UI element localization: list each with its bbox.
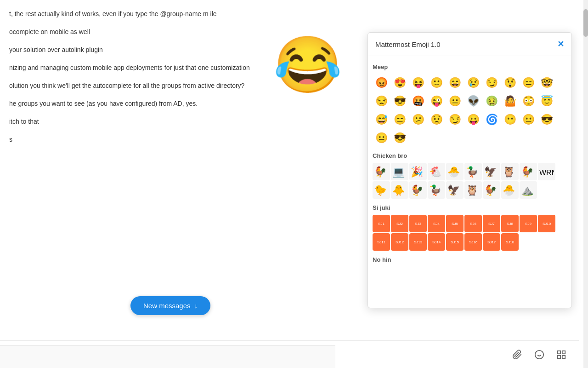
svg-text:🦆: 🦆 — [429, 184, 442, 196]
meep-emoji-15[interactable]: 😐 — [446, 92, 464, 110]
svg-text:💻: 💻 — [392, 166, 405, 178]
svg-text:🐣: 🐣 — [447, 166, 460, 178]
meep-emoji-32[interactable]: 😎 — [391, 129, 408, 147]
emoji-picker-title: Mattermost Emoji 1.0 — [375, 40, 441, 48]
meep-emoji-5[interactable]: 😄 — [446, 74, 464, 92]
svg-text:🐤: 🐤 — [374, 184, 387, 196]
new-messages-button[interactable]: New messages ↓ — [130, 296, 210, 315]
svg-text:🐓: 🐓 — [374, 166, 387, 178]
meep-emoji-22[interactable]: 😑 — [391, 111, 408, 128]
chicken-emoji-17[interactable]: 🐓 — [483, 181, 500, 199]
sijuki-emoji-4[interactable]: SJ4 — [428, 215, 445, 232]
svg-text:⛰️: ⛰️ — [521, 184, 534, 196]
chicken-emoji-10[interactable]: WRNG — [538, 163, 555, 180]
emoji-section-chicken-title: Chicken bro — [373, 152, 567, 159]
meep-emoji-18[interactable]: 🤷 — [501, 92, 519, 110]
chat-message-3: your solution over autolink plugin — [9, 45, 358, 55]
sijuki-emoji-11[interactable]: SJ11 — [373, 233, 390, 251]
sijuki-emoji-5[interactable]: SJ5 — [446, 215, 464, 232]
chat-message-6: he groups you want to see (as you have c… — [9, 99, 358, 109]
sijuki-emoji-17[interactable]: SJ17 — [483, 233, 500, 251]
meep-emoji-9[interactable]: 😑 — [520, 74, 537, 92]
meep-emoji-1[interactable]: 😡 — [373, 74, 390, 92]
chicken-emoji-grid: 🐓 💻 🎉 🐔 🐣 🦆 🦅 🦉 — [373, 163, 567, 199]
meep-emoji-7[interactable]: 😏 — [483, 74, 500, 92]
chicken-emoji-6[interactable]: 🦆 — [464, 163, 482, 180]
meep-emoji-17[interactable]: 🤢 — [483, 92, 500, 110]
chicken-emoji-14[interactable]: 🦆 — [428, 181, 445, 199]
meep-emoji-3[interactable]: 😝 — [409, 74, 427, 92]
sijuki-emoji-9[interactable]: SJ9 — [520, 215, 537, 232]
meep-emoji-24[interactable]: 😟 — [428, 111, 445, 128]
sijuki-emoji-1[interactable]: SJ1 — [373, 215, 390, 232]
chicken-emoji-7[interactable]: 🦅 — [483, 163, 500, 180]
chicken-emoji-1[interactable]: 🐓 — [373, 163, 390, 180]
meep-emoji-4[interactable]: 🙂 — [428, 74, 445, 92]
chicken-emoji-3[interactable]: 🎉 — [409, 163, 427, 180]
chicken-emoji-8[interactable]: 🦉 — [501, 163, 519, 180]
emoji-section-nohin-title: No hin — [373, 256, 567, 263]
sijuki-emoji-14[interactable]: SJ14 — [428, 233, 445, 251]
chat-message-5: olution you think we'll get the autocomp… — [9, 81, 358, 91]
emoji-picker-panel: Mattermost Emoji 1.0 ✕ Meep 😡 😍 😝 🙂 😄 😢 … — [368, 32, 572, 308]
chicken-emoji-16[interactable]: 🦉 — [464, 181, 482, 199]
svg-text:🎉: 🎉 — [411, 166, 424, 178]
emoji-button[interactable] — [531, 346, 548, 363]
sijuki-emoji-18[interactable]: SJ18 — [501, 233, 519, 251]
meep-emoji-8[interactable]: 😲 — [501, 74, 519, 92]
meep-emoji-21[interactable]: 😅 — [373, 111, 390, 128]
emoji-picker-close-button[interactable]: ✕ — [557, 39, 564, 49]
chicken-emoji-4[interactable]: 🐔 — [428, 163, 445, 180]
emoji-picker-body[interactable]: Meep 😡 😍 😝 🙂 😄 😢 😏 😲 😑 🤓 😒 😎 🤬 😜 😐 👽 🤢 🤷… — [368, 56, 571, 308]
chicken-emoji-13[interactable]: 🐓 — [409, 181, 427, 199]
meep-emoji-6[interactable]: 😢 — [464, 74, 482, 92]
attach-button[interactable] — [509, 346, 526, 363]
chicken-emoji-9[interactable]: 🐓 — [520, 163, 537, 180]
sijuki-emoji-3[interactable]: SJ3 — [409, 215, 427, 232]
chicken-emoji-12[interactable]: 🐥 — [391, 181, 408, 199]
sijuki-emoji-16[interactable]: SJ16 — [464, 233, 482, 251]
meep-emoji-25[interactable]: 😏 — [446, 111, 464, 128]
meep-emoji-13[interactable]: 🤬 — [409, 92, 427, 110]
svg-rect-25 — [558, 355, 560, 358]
format-button[interactable] — [553, 346, 570, 363]
meep-emoji-26[interactable]: 😛 — [464, 111, 482, 128]
svg-text:🐓: 🐓 — [521, 166, 534, 178]
main-scrollbar[interactable] — [583, 0, 588, 368]
sijuki-emoji-7[interactable]: SJ7 — [483, 215, 500, 232]
meep-emoji-27[interactable]: 🌀 — [483, 111, 500, 128]
meep-emoji-12[interactable]: 😎 — [391, 92, 408, 110]
svg-text:🦆: 🦆 — [466, 166, 479, 178]
sijuki-emoji-6[interactable]: SJ6 — [464, 215, 482, 232]
chicken-emoji-19[interactable]: ⛰️ — [520, 181, 537, 199]
chat-message-2: ocomplete on mobile as well — [9, 27, 358, 37]
meep-emoji-19[interactable]: 😳 — [520, 92, 537, 110]
svg-text:🦅: 🦅 — [484, 166, 497, 178]
meep-emoji-20[interactable]: 😇 — [538, 92, 555, 110]
new-messages-label: New messages — [143, 302, 191, 310]
meep-emoji-30[interactable]: 😎 — [538, 111, 555, 128]
sijuki-emoji-10[interactable]: SJ10 — [538, 215, 555, 232]
meep-emoji-31[interactable]: 😐 — [373, 129, 390, 147]
chat-message-4: nizing and managing custom mobile app de… — [9, 63, 358, 73]
chicken-emoji-15[interactable]: 🦅 — [446, 181, 464, 199]
meep-emoji-10[interactable]: 🤓 — [538, 74, 555, 92]
meep-emoji-2[interactable]: 😍 — [391, 74, 408, 92]
chat-message-8: s — [9, 135, 358, 144]
meep-emoji-11[interactable]: 😒 — [373, 92, 390, 110]
chicken-emoji-11[interactable]: 🐤 — [373, 181, 390, 199]
svg-text:🐣: 🐣 — [503, 184, 515, 196]
meep-emoji-28[interactable]: 😶 — [501, 111, 519, 128]
meep-emoji-23[interactable]: 😕 — [409, 111, 427, 128]
sijuki-emoji-15[interactable]: SJ15 — [446, 233, 464, 251]
sijuki-emoji-12[interactable]: SJ12 — [391, 233, 408, 251]
meep-emoji-16[interactable]: 👽 — [464, 92, 482, 110]
chicken-emoji-2[interactable]: 💻 — [391, 163, 408, 180]
sijuki-emoji-13[interactable]: SJ13 — [409, 233, 427, 251]
sijuki-emoji-2[interactable]: SJ2 — [391, 215, 408, 232]
chicken-emoji-18[interactable]: 🐣 — [501, 181, 519, 199]
meep-emoji-14[interactable]: 😜 — [428, 92, 445, 110]
sijuki-emoji-8[interactable]: SJ8 — [501, 215, 519, 232]
meep-emoji-29[interactable]: 😐 — [520, 111, 537, 128]
chicken-emoji-5[interactable]: 🐣 — [446, 163, 464, 180]
